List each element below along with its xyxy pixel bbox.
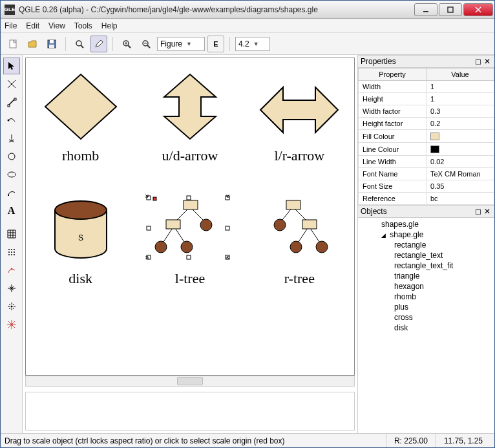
tree-node-item[interactable]: plus xyxy=(358,302,494,312)
svg-point-71 xyxy=(290,241,302,253)
version-combo[interactable]: 4.2▼ xyxy=(235,37,270,51)
edit-tool-button[interactable] xyxy=(90,36,107,52)
bottom-panel xyxy=(25,392,355,431)
tree-node-root[interactable]: shapes.gle xyxy=(358,219,494,229)
toolbar: Figure▼ E 4.2▼ xyxy=(1,33,494,55)
tree-node-item[interactable]: rectangle_text_fit xyxy=(358,261,494,271)
svg-point-38 xyxy=(10,268,12,270)
circle-tool[interactable] xyxy=(3,148,20,165)
menu-file[interactable]: File xyxy=(5,21,17,30)
snap-star-tool[interactable] xyxy=(3,316,20,333)
svg-rect-68 xyxy=(286,200,300,209)
svg-line-13 xyxy=(128,45,131,48)
grid-tool[interactable] xyxy=(3,226,20,242)
menu-help[interactable]: Help xyxy=(101,21,118,30)
svg-rect-63 xyxy=(153,197,156,200)
property-row[interactable]: Referencebc xyxy=(359,193,494,205)
new-file-button[interactable] xyxy=(5,36,21,52)
tree-node-item[interactable]: rhomb xyxy=(358,292,494,302)
shape-ltree xyxy=(142,194,238,265)
zoom-tool-button[interactable] xyxy=(71,36,88,52)
svg-point-8 xyxy=(76,41,81,46)
property-row[interactable]: Font NameTeX CM Roman xyxy=(359,168,494,180)
objects-pane-header[interactable]: Objects ◻ ✕ xyxy=(358,205,494,218)
zoom-in-button[interactable] xyxy=(118,36,135,52)
tree-node-item[interactable]: disk xyxy=(358,323,494,333)
tree-node-item[interactable]: cross xyxy=(358,312,494,323)
label-lr-arrow: l/r-arrow xyxy=(274,147,324,164)
svg-rect-58 xyxy=(147,226,151,230)
window-title: QGLE 0.26 (alpha) - C:/Cygwin/home/jan/g… xyxy=(19,5,413,14)
svg-rect-28 xyxy=(8,195,9,196)
close-pane-icon[interactable]: ✕ xyxy=(483,207,492,216)
svg-marker-43 xyxy=(45,74,116,139)
svg-line-16 xyxy=(147,45,150,48)
tree-node-item[interactable]: triangle xyxy=(358,271,494,281)
snap-outward-tool[interactable] xyxy=(3,298,20,315)
maximize-button[interactable] xyxy=(439,3,462,16)
snap-arc-tool[interactable] xyxy=(3,262,20,279)
svg-rect-7 xyxy=(49,45,54,48)
arc-tool[interactable] xyxy=(3,184,20,201)
svg-point-70 xyxy=(274,219,286,231)
svg-rect-51 xyxy=(166,220,180,229)
select-tool[interactable] xyxy=(3,58,20,74)
svg-point-53 xyxy=(155,241,167,253)
tree-node-item[interactable]: rectangle_text xyxy=(358,250,494,261)
property-row[interactable]: Line Width0.02 xyxy=(359,156,494,168)
drawing-canvas[interactable]: rhomb u/d-arrow l/r-arrow xyxy=(25,58,355,376)
zoom-out-button[interactable] xyxy=(138,36,154,52)
label-ltree: l-tree xyxy=(175,270,205,287)
property-row[interactable]: Height factor0.2 xyxy=(359,118,494,130)
svg-rect-61 xyxy=(187,255,191,259)
shape-disk: S xyxy=(45,194,116,265)
left-toolbox: A xyxy=(1,55,23,433)
property-row[interactable]: Height1 xyxy=(359,93,494,105)
horizontal-scrollbar[interactable] xyxy=(25,376,355,387)
label-ud-arrow: u/d-arrow xyxy=(162,147,218,164)
svg-point-35 xyxy=(8,254,10,255)
tree-node-item[interactable]: rectangle xyxy=(358,240,494,250)
menu-view[interactable]: View xyxy=(48,21,65,30)
menubar: File Edit View Tools Help xyxy=(1,19,494,33)
property-row[interactable]: Fill Colour xyxy=(359,130,494,143)
line-cross-tool[interactable] xyxy=(3,76,20,92)
svg-rect-20 xyxy=(8,105,10,107)
line-tool[interactable] xyxy=(3,94,20,111)
tree-node-child[interactable]: ◢ shape.gle xyxy=(358,229,494,240)
grid-dot-tool[interactable] xyxy=(3,244,20,261)
label-rhomb: rhomb xyxy=(62,147,99,164)
ellipse-tool[interactable] xyxy=(3,166,20,183)
menu-tools[interactable]: Tools xyxy=(74,21,92,30)
svg-point-37 xyxy=(14,254,15,255)
tree-node-item[interactable]: hexagon xyxy=(358,281,494,292)
property-row[interactable]: Font Size0.35 xyxy=(359,180,494,193)
property-row[interactable]: Width factor0.3 xyxy=(359,105,494,118)
tangent-tool[interactable] xyxy=(3,112,20,129)
export-button[interactable]: E xyxy=(207,36,224,52)
property-row[interactable]: Width1 xyxy=(359,81,494,93)
property-row[interactable]: Line Colour xyxy=(359,143,494,156)
undock-icon[interactable]: ◻ xyxy=(474,57,483,66)
svg-point-72 xyxy=(316,241,328,253)
close-pane-icon[interactable]: ✕ xyxy=(483,57,492,66)
open-file-button[interactable] xyxy=(24,36,41,52)
label-rtree: r-tree xyxy=(284,270,315,287)
svg-point-52 xyxy=(200,219,212,231)
svg-point-44 xyxy=(55,201,107,219)
svg-rect-59 xyxy=(226,226,229,230)
objects-tree[interactable]: shapes.gle ◢ shape.gle rectanglerectangl… xyxy=(358,218,494,433)
properties-col-key: Property xyxy=(359,69,427,81)
properties-pane-header[interactable]: Properties ◻ ✕ xyxy=(358,55,494,68)
svg-line-9 xyxy=(81,45,83,48)
perpendicular-tool[interactable] xyxy=(3,130,20,147)
minimize-button[interactable] xyxy=(414,3,437,16)
text-tool[interactable]: A xyxy=(3,202,20,219)
menu-edit[interactable]: Edit xyxy=(26,21,39,30)
snap-inward-tool[interactable] xyxy=(3,280,20,297)
figure-combo[interactable]: Figure▼ xyxy=(157,37,205,51)
close-button[interactable] xyxy=(463,3,493,16)
save-file-button[interactable] xyxy=(43,36,60,52)
svg-point-33 xyxy=(11,251,12,253)
undock-icon[interactable]: ◻ xyxy=(474,207,483,216)
